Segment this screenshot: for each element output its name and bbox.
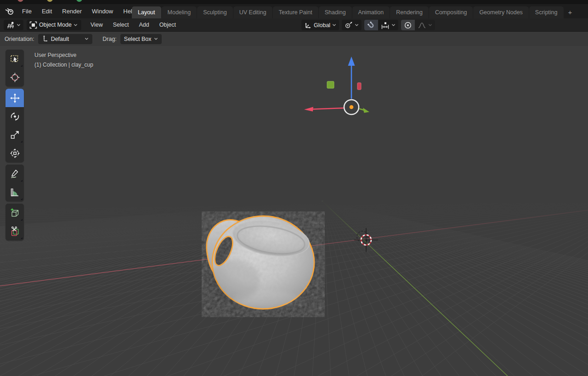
3d-cursor bbox=[352, 226, 380, 254]
menu-select[interactable]: Select bbox=[108, 20, 134, 30]
chevron-down-icon bbox=[332, 23, 336, 27]
blender-window: File Edit Render Window Help Layout Mode… bbox=[0, 0, 588, 376]
gizmo-y-axis[interactable] bbox=[359, 109, 364, 110]
tool-settings-bar: Orientation: Default Drag: Select Box bbox=[0, 32, 588, 46]
viewport-3d[interactable]: User Perspective (1) Collection | clay_c… bbox=[0, 46, 588, 376]
falloff-curve-icon bbox=[418, 21, 426, 29]
viewport-grid bbox=[0, 46, 588, 376]
minimize-window-button[interactable] bbox=[47, 0, 53, 2]
chevron-down-icon bbox=[391, 23, 396, 27]
transform-orientation-dropdown[interactable]: Global bbox=[301, 20, 339, 30]
gizmo-z-arrowhead[interactable] bbox=[348, 57, 355, 66]
scale-tool-icon bbox=[10, 130, 20, 140]
snap-magnet-icon bbox=[367, 21, 375, 29]
add-workspace-button[interactable]: + bbox=[564, 6, 577, 18]
proportional-editing-controls bbox=[401, 20, 435, 30]
editor-type-button[interactable] bbox=[4, 20, 23, 30]
transform-orientation-label: Global bbox=[314, 22, 330, 28]
transform-tool[interactable] bbox=[6, 144, 24, 162]
move-tool-icon bbox=[10, 93, 20, 103]
transform-orientation-icon bbox=[304, 21, 312, 29]
move-gizmo[interactable] bbox=[296, 51, 397, 133]
viewport-header-controls: Global bbox=[301, 20, 435, 30]
proportional-editing-toggle[interactable] bbox=[401, 20, 415, 30]
titlebar bbox=[0, 0, 588, 4]
pivot-point-icon bbox=[345, 21, 353, 29]
scale-tool[interactable] bbox=[6, 125, 24, 144]
drag-mode-dropdown[interactable]: Select Box bbox=[120, 34, 162, 44]
menu-render[interactable]: Render bbox=[57, 6, 87, 16]
annotate-tool[interactable] bbox=[6, 165, 24, 183]
snapping-controls bbox=[364, 20, 398, 30]
gizmo-center-ring[interactable] bbox=[344, 100, 359, 114]
proportional-falloff-dropdown[interactable] bbox=[415, 20, 435, 30]
tab-texture-paint[interactable]: Texture Paint bbox=[273, 6, 318, 18]
select-box-tool[interactable] bbox=[6, 50, 24, 68]
editor-type-icon bbox=[6, 21, 15, 29]
cut-tool-icon bbox=[10, 226, 20, 237]
chevron-down-icon bbox=[74, 23, 78, 27]
viewport-menus: View Select Add Object bbox=[85, 20, 181, 30]
selected-object-clay-cup[interactable] bbox=[198, 211, 335, 317]
orientation-dropdown[interactable]: Default bbox=[38, 34, 93, 44]
add-cube-tool[interactable] bbox=[6, 204, 24, 222]
rotate-tool[interactable] bbox=[6, 107, 24, 125]
menubar: File Edit Render Window Help bbox=[17, 6, 141, 16]
view-name-label: User Perspective bbox=[34, 51, 93, 60]
object-mode-label: Object Mode bbox=[39, 22, 72, 28]
gizmo-x-arrowhead[interactable] bbox=[304, 107, 313, 112]
tab-layout[interactable]: Layout bbox=[132, 6, 161, 18]
zoom-window-button[interactable] bbox=[76, 0, 82, 2]
tab-geometry-nodes[interactable]: Geometry Nodes bbox=[473, 6, 528, 18]
cursor-tool-icon bbox=[10, 72, 20, 83]
menu-add[interactable]: Add bbox=[134, 20, 154, 30]
object-mode-dropdown[interactable]: Object Mode bbox=[27, 20, 81, 30]
chevron-down-icon bbox=[428, 23, 432, 27]
viewport-overlay-info: User Perspective (1) Collection | clay_c… bbox=[34, 51, 93, 70]
tab-compositing[interactable]: Compositing bbox=[429, 6, 473, 18]
annotate-tool-icon bbox=[10, 169, 20, 179]
pivot-point-dropdown[interactable] bbox=[342, 20, 362, 30]
tab-sculpting[interactable]: Sculpting bbox=[197, 6, 232, 18]
menu-object[interactable]: Object bbox=[154, 20, 181, 30]
measure-tool[interactable] bbox=[6, 183, 24, 201]
menu-file[interactable]: File bbox=[17, 6, 37, 16]
snap-toggle-button[interactable] bbox=[364, 20, 378, 30]
menu-view[interactable]: View bbox=[85, 20, 108, 30]
cut-tool[interactable] bbox=[6, 222, 24, 240]
object-mode-icon bbox=[29, 21, 37, 29]
menu-edit[interactable]: Edit bbox=[37, 6, 57, 16]
gizmo-y-arrowhead[interactable] bbox=[363, 108, 369, 113]
move-tool[interactable] bbox=[6, 89, 24, 107]
snap-increment-icon bbox=[381, 21, 390, 29]
orientation-label: Orientation: bbox=[5, 36, 34, 42]
blender-logo-icon[interactable] bbox=[5, 8, 14, 15]
topbar: File Edit Render Window Help Layout Mode… bbox=[0, 4, 588, 18]
close-window-button[interactable] bbox=[17, 0, 23, 2]
measure-tool-icon bbox=[10, 187, 20, 198]
drag-value: Select Box bbox=[124, 36, 152, 42]
tab-modeling[interactable]: Modeling bbox=[162, 6, 197, 18]
tab-rendering[interactable]: Rendering bbox=[390, 6, 429, 18]
gizmo-center-dot bbox=[350, 105, 354, 109]
gizmo-plane-handle-red[interactable] bbox=[357, 83, 361, 90]
tab-scripting[interactable]: Scripting bbox=[529, 6, 564, 18]
tool-column bbox=[6, 50, 24, 243]
tab-shading[interactable]: Shading bbox=[319, 6, 352, 18]
rotate-tool-icon bbox=[10, 111, 20, 122]
menu-window[interactable]: Window bbox=[87, 6, 118, 16]
chevron-down-icon bbox=[17, 23, 21, 27]
tab-animation[interactable]: Animation bbox=[352, 6, 390, 18]
active-object-label: (1) Collection | clay_cup bbox=[34, 60, 93, 70]
viewport-header: Object Mode View Select Add Object Globa… bbox=[0, 18, 588, 32]
gizmo-x-axis[interactable] bbox=[313, 108, 344, 109]
orientation-default-icon bbox=[42, 35, 49, 42]
cursor-tool[interactable] bbox=[6, 68, 24, 86]
gizmo-plane-handle-green[interactable] bbox=[327, 81, 334, 88]
chevron-down-icon bbox=[154, 37, 158, 40]
snap-settings-dropdown[interactable] bbox=[378, 20, 398, 30]
chevron-down-icon bbox=[85, 37, 89, 40]
tab-uv-editing[interactable]: UV Editing bbox=[233, 6, 272, 18]
proportional-editing-icon bbox=[404, 21, 412, 29]
transform-tool-icon bbox=[10, 148, 20, 159]
